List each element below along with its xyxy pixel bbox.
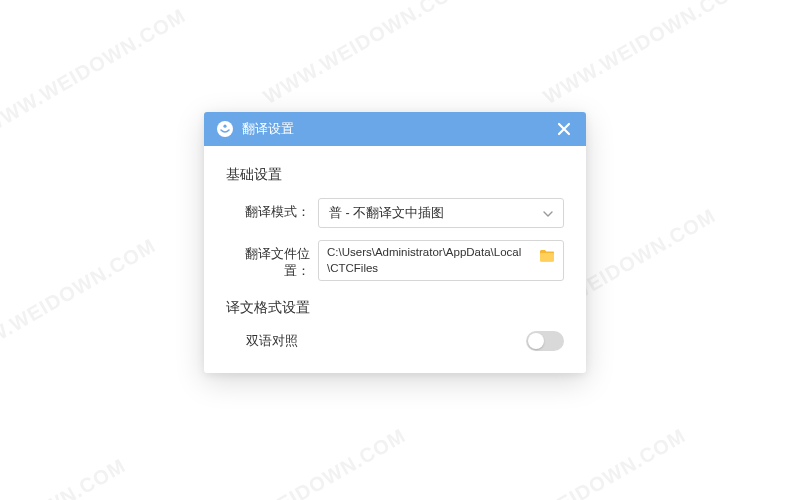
dialog-content: 基础设置 翻译模式： 普 - 不翻译文中插图 翻译文件位置： C:\Users\… (204, 146, 586, 373)
row-bilingual: 双语对照 (226, 331, 564, 351)
section-basic-title: 基础设置 (226, 166, 564, 184)
watermark: WWW.WEIDOWN.COM (0, 454, 130, 500)
close-button[interactable] (554, 119, 574, 139)
path-value: C:\Users\Administrator\AppData\Local\CTC… (327, 245, 555, 276)
watermark: WWW.WEIDOWN.COM (0, 234, 160, 369)
svg-rect-2 (540, 253, 554, 262)
bilingual-toggle[interactable] (526, 331, 564, 351)
path-label: 翻译文件位置： (226, 240, 318, 280)
watermark: WWW.WEIDOWN.COM (540, 0, 750, 109)
section-format-title: 译文格式设置 (226, 299, 564, 317)
row-file-path: 翻译文件位置： C:\Users\Administrator\AppData\L… (226, 240, 564, 281)
chevron-down-icon (543, 206, 553, 220)
dialog-title: 翻译设置 (242, 120, 554, 138)
settings-dialog: 翻译设置 基础设置 翻译模式： 普 - 不翻译文中插图 翻译文件位置： C:\U… (204, 112, 586, 373)
watermark: WWW.WEIDOWN.COM (480, 424, 690, 500)
titlebar: 翻译设置 (204, 112, 586, 146)
watermark: WWW.WEIDOWN.COM (260, 0, 470, 109)
toggle-knob (528, 333, 544, 349)
mode-select[interactable]: 普 - 不翻译文中插图 (318, 198, 564, 228)
mode-label: 翻译模式： (226, 198, 318, 221)
path-input[interactable]: C:\Users\Administrator\AppData\Local\CTC… (318, 240, 564, 281)
bilingual-label: 双语对照 (246, 332, 298, 350)
watermark: WWW.WEIDOWN.COM (200, 424, 410, 500)
svg-point-0 (217, 121, 233, 137)
svg-point-1 (223, 125, 226, 128)
row-translate-mode: 翻译模式： 普 - 不翻译文中插图 (226, 198, 564, 228)
app-logo-icon (216, 120, 234, 138)
browse-folder-button[interactable] (539, 249, 555, 262)
watermark: WWW.WEIDOWN.COM (0, 4, 190, 139)
mode-select-value: 普 - 不翻译文中插图 (329, 205, 444, 222)
